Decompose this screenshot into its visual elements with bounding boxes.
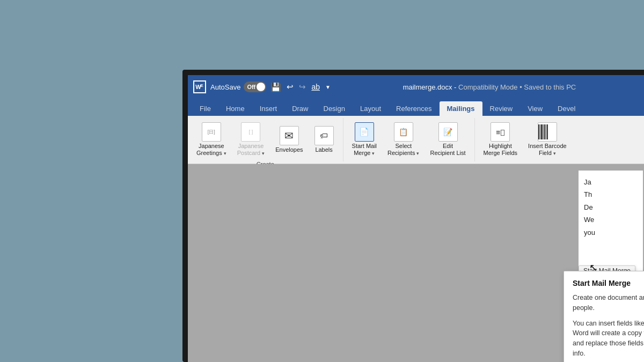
- tab-layout[interactable]: Layout: [353, 101, 389, 116]
- tooltip-body1: Create one document and send it to multi…: [573, 293, 644, 313]
- tab-developer[interactable]: Devel: [550, 101, 583, 116]
- filename-text: mailmerge.docx: [403, 83, 452, 91]
- mail-merge-group-items: 📄 Start MailMerge ▾ 📋 SelectRecipients ▾…: [349, 120, 469, 159]
- doc-line-2: Th: [584, 188, 638, 201]
- ribbon-group-create: [日] JapaneseGreetings ▾ [ ] JapanesePost…: [188, 118, 343, 161]
- tab-references[interactable]: References: [389, 101, 439, 116]
- titlebar-icons: 💾 ↩ ↪ ab ▼: [270, 82, 330, 92]
- compatibility-mode-text: Compatibility Mode: [458, 83, 518, 91]
- tab-draw[interactable]: Draw: [284, 101, 316, 116]
- create-group-items: [日] JapaneseGreetings ▾ [ ] JapanesePost…: [193, 120, 338, 159]
- japanese-greetings-icon: [日]: [202, 122, 221, 142]
- highlight-merge-fields-icon: ≡⃝: [491, 122, 510, 142]
- tab-design[interactable]: Design: [316, 101, 353, 116]
- envelopes-button[interactable]: ✉ Envelopes: [272, 124, 306, 156]
- toggle-off-label: Off: [247, 84, 255, 90]
- word-logo-icon: W E: [193, 80, 206, 93]
- tab-home[interactable]: Home: [218, 101, 252, 116]
- barcode-visual: [538, 124, 557, 139]
- autosave-toggle[interactable]: Off: [244, 82, 266, 92]
- envelopes-icon: ✉: [280, 126, 299, 145]
- undo-icon[interactable]: ↩: [287, 82, 294, 92]
- redo-icon[interactable]: ↪: [299, 82, 306, 92]
- edit-recipient-list-icon: 📝: [438, 122, 458, 142]
- japanese-postcard-label: JapanesePostcard ▾: [237, 143, 265, 157]
- insert-barcode-field-icon: [538, 122, 557, 142]
- toggle-knob: [257, 83, 265, 91]
- labels-icon: 🏷: [314, 126, 334, 145]
- window-title: mailmerge.docx - Compatibility Mode • Sa…: [335, 83, 644, 91]
- japanese-postcard-button[interactable]: [ ] JapanesePostcard ▾: [234, 120, 268, 159]
- doc-line-1: Ja: [584, 176, 638, 188]
- title-bar: W E AutoSave Off 💾 ↩ ↪ ab ▼ mailmerge.do…: [188, 75, 644, 99]
- start-mail-merge-button[interactable]: 📄 Start MailMerge ▾: [349, 120, 380, 159]
- highlight-merge-fields-button[interactable]: ≡⃝ HighlightMerge Fields: [480, 120, 521, 159]
- labels-button[interactable]: 🏷 Labels: [311, 124, 338, 156]
- tab-review[interactable]: Review: [482, 101, 521, 116]
- ribbon-content: [日] JapaneseGreetings ▾ [ ] JapanesePost…: [188, 116, 644, 164]
- select-recipients-icon: 📋: [394, 122, 413, 142]
- customize-qat-icon[interactable]: ▼: [325, 84, 331, 90]
- start-mail-merge-icon: 📄: [355, 122, 374, 142]
- word-window: W E AutoSave Off 💾 ↩ ↪ ab ▼ mailmerge.do…: [188, 75, 644, 362]
- doc-line-7: you: [584, 226, 638, 239]
- tooltip-title: Start Mail Merge: [573, 279, 644, 287]
- highlight-merge-fields-label: HighlightMerge Fields: [484, 143, 518, 157]
- ribbon-group-write-insert: ≡⃝ HighlightMerge Fields: [475, 118, 575, 161]
- doc-line-4: De: [584, 201, 638, 213]
- japanese-greetings-label: JapaneseGreetings ▾: [196, 143, 226, 157]
- insert-barcode-field-label: Insert BarcodeField ▾: [528, 143, 567, 157]
- tab-mailings[interactable]: Mailings: [440, 101, 482, 116]
- save-icon[interactable]: 💾: [270, 82, 281, 92]
- japanese-greetings-button[interactable]: [日] JapaneseGreetings ▾: [193, 120, 230, 159]
- ribbon-group-mail-merge: 📄 Start MailMerge ▾ 📋 SelectRecipients ▾…: [343, 118, 475, 161]
- ab-icon: ab: [311, 83, 320, 91]
- japanese-postcard-icon: [ ]: [241, 122, 260, 142]
- tab-view[interactable]: View: [520, 101, 550, 116]
- write-insert-group-items: ≡⃝ HighlightMerge Fields: [480, 120, 570, 159]
- tab-file[interactable]: File: [192, 101, 218, 116]
- autosave-label: AutoSave: [210, 83, 240, 91]
- labels-label: Labels: [315, 146, 332, 153]
- tab-insert[interactable]: Insert: [252, 101, 285, 116]
- separator1: -: [454, 83, 458, 91]
- autosave-area: AutoSave Off: [210, 82, 266, 92]
- tooltip-body2: You can insert fields like Name or Addre…: [573, 319, 644, 359]
- mail-merge-tooltip: Start Mail Merge Create one document and…: [564, 271, 644, 362]
- select-recipients-label: SelectRecipients ▾: [387, 143, 419, 157]
- edit-recipient-list-button[interactable]: 📝 EditRecipient List: [427, 120, 469, 159]
- edit-recipient-list-label: EditRecipient List: [430, 143, 465, 157]
- doc-line-6: We: [584, 213, 638, 226]
- select-recipients-button[interactable]: 📋 SelectRecipients ▾: [384, 120, 422, 159]
- ribbon-tabs: File Home Insert Draw Design Layout Refe…: [188, 99, 644, 116]
- start-mail-merge-label: Start MailMerge ▾: [352, 143, 377, 157]
- insert-barcode-field-button[interactable]: Insert BarcodeField ▾: [525, 120, 570, 159]
- saved-status-text: Saved to this PC: [524, 83, 576, 91]
- envelopes-label: Envelopes: [275, 146, 303, 153]
